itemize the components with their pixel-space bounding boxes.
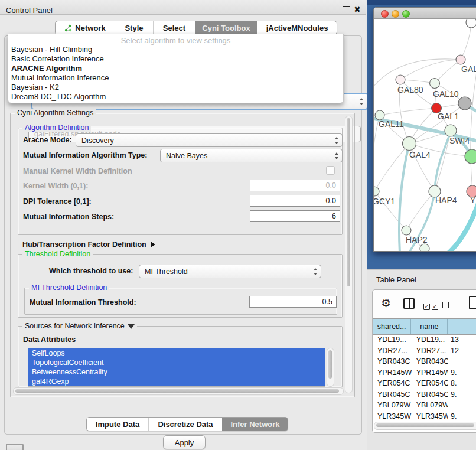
network-node[interactable] — [458, 97, 471, 110]
table-row[interactable]: YBR043CYBR043C — [373, 356, 476, 367]
mi-steps-field[interactable]: 6 — [250, 210, 340, 222]
data-attributes-list[interactable]: SelfLoopsTopologicalCoefficientBetweenne… — [28, 348, 325, 387]
collapse-arrow-icon — [128, 324, 135, 329]
mi-steps-label: Mutual Information Steps: — [23, 213, 114, 221]
aracne-mode-combobox[interactable]: Discovery — [76, 133, 343, 147]
mi-threshold-group-title: MI Threshold Definition — [29, 283, 109, 292]
node-label: GAL10 — [433, 89, 459, 99]
network-node[interactable] — [456, 55, 465, 64]
tab-label: Discretize Data — [158, 420, 213, 429]
table-column-header[interactable]: shared... — [373, 319, 411, 334]
screen: { "colors": { "selection_blue": "#3c6ed5… — [0, 0, 476, 450]
gear-icon[interactable]: ⚙ — [381, 296, 391, 310]
table-row[interactable]: YLR345WYLR345W9. — [373, 411, 476, 422]
mi-threshold-field[interactable]: 0.5 — [249, 296, 337, 308]
unchecked-box-icon — [442, 302, 449, 308]
kernel-width-field[interactable]: 0.0 — [250, 180, 340, 191]
bottom-tab-discretize-data[interactable]: Discretize Data — [148, 418, 222, 431]
settings-horizontal-scrollbar[interactable] — [13, 387, 344, 395]
document-icon[interactable] — [469, 296, 476, 309]
network-node[interactable] — [445, 125, 457, 136]
dropdown-item[interactable]: ARACNE Algorithm — [8, 64, 343, 73]
tab-label: Cyni Toolbox — [202, 24, 250, 32]
column-view-icon[interactable] — [403, 298, 415, 309]
apply-button[interactable]: Apply — [163, 435, 206, 449]
dropdown-item[interactable]: Basic Correlation Inference — [8, 54, 343, 64]
mi-type-combobox[interactable]: Naive Bayes — [160, 149, 343, 162]
bottom-tab-infer-network[interactable]: Infer Network — [222, 418, 288, 431]
tab-cyni-toolbox[interactable]: Cyni Toolbox — [195, 21, 257, 34]
threshold-definition-group: Threshold Definition Which threshold to … — [18, 254, 343, 318]
table-column-header[interactable]: name — [411, 319, 448, 334]
window-minimize-icon[interactable] — [392, 10, 399, 18]
minimized-panel-icon[interactable] — [6, 444, 24, 450]
table-cell: YBR043C — [412, 356, 448, 367]
attribute-list-item[interactable]: BetweennessCentrality — [28, 367, 325, 377]
sources-group-title[interactable]: Sources for Network Inference — [22, 322, 137, 330]
hub-definition-toggle[interactable]: Hub/Transcription Factor Definition — [22, 239, 155, 249]
node-label: HAP4 — [435, 195, 457, 205]
table-cell: YBR043C — [373, 356, 412, 367]
table-row[interactable]: YBL079WYBL079W — [373, 400, 476, 411]
tab-style[interactable]: Style — [115, 21, 153, 34]
node-label: GCY1 — [374, 197, 395, 206]
stepper-icon — [334, 152, 339, 159]
attribute-list-item[interactable]: TopologicalCoefficient — [28, 358, 325, 367]
table-column-header[interactable] — [448, 319, 476, 334]
table-rows: YDL19...YDL19...13YDR27...YDR27...12YBR0… — [373, 334, 476, 422]
tab-select[interactable]: Select — [153, 21, 195, 34]
node-label: Y — [470, 195, 476, 205]
window-close-icon[interactable] — [381, 10, 389, 18]
dropdown-items: Bayesian - Hill ClimbingBasic Correlatio… — [8, 45, 343, 102]
dropdown-item[interactable]: Dream8 DC_TDC Algorithm — [8, 92, 343, 102]
control-panel-tab-bar: NetworkStyleSelectCyni ToolboxjActiveMNo… — [55, 21, 337, 35]
table-cell: YER054C — [373, 378, 412, 389]
settings-vertical-scrollbar[interactable] — [345, 116, 353, 393]
which-threshold-value: MI Threshold — [145, 268, 188, 276]
table-row[interactable]: YDL19...YDL19...13 — [373, 334, 476, 345]
attribute-list-item[interactable]: SelfLoops — [28, 348, 325, 358]
network-window: GALGAL80GAL10GAL1GAL11SWI4GAL4GCY1HAP4YH… — [373, 7, 476, 252]
attributes-scrollbar[interactable] — [327, 348, 334, 387]
cyni-algorithm-settings-group: Cyni Algorithm Settings Algorithm Defini… — [10, 113, 355, 397]
mi-type-label: Mutual Information Algorithm Type: — [23, 151, 147, 159]
network-node[interactable] — [374, 187, 379, 196]
table-row[interactable]: YBR045CYBR045C9. — [373, 389, 476, 400]
table-cell: 9. — [448, 367, 476, 379]
network-node-labels: GALGAL80GAL10GAL1GAL11SWI4GAL4GCY1HAP4YH… — [374, 64, 476, 244]
dpi-tolerance-field[interactable]: 0.0 — [250, 195, 340, 207]
network-node[interactable] — [396, 75, 405, 84]
mi-threshold-group: MI Threshold Definition Mutual Informati… — [24, 288, 337, 315]
deselect-all-icon[interactable] — [442, 300, 459, 311]
tab-network[interactable]: Network — [56, 21, 115, 34]
select-all-icon[interactable]: ✓✓ — [423, 300, 440, 311]
which-threshold-combobox[interactable]: MI Threshold — [139, 265, 321, 278]
close-icon[interactable]: ✖ — [354, 5, 361, 14]
node-label: SWI4 — [449, 136, 470, 145]
manual-kernel-checkbox[interactable] — [326, 166, 335, 175]
table-row[interactable]: YDR27...YDR27...12 — [373, 345, 476, 357]
network-canvas[interactable]: GALGAL80GAL10GAL1GAL11SWI4GAL4GCY1HAP4YH… — [374, 19, 476, 251]
bottom-tab-impute-data[interactable]: Impute Data — [87, 418, 148, 431]
table-cell: YLR345W — [373, 411, 412, 422]
network-node[interactable] — [466, 19, 476, 28]
stepper-icon — [359, 98, 364, 105]
table-row[interactable]: YER054CYER054C8. — [373, 378, 476, 389]
dropdown-item[interactable]: Mutual Information Inference — [8, 73, 343, 83]
network-node[interactable] — [402, 226, 411, 235]
network-node[interactable] — [375, 110, 384, 120]
table-horizontal-scrollbar[interactable] — [374, 422, 476, 430]
dropdown-item[interactable]: Bayesian - Hill Climbing — [8, 45, 343, 54]
network-node[interactable] — [420, 244, 429, 251]
table-row[interactable]: YPR145WYPR145W9. — [373, 367, 476, 379]
network-node[interactable] — [430, 79, 440, 89]
float-window-icon[interactable] — [343, 6, 350, 14]
network-node[interactable] — [403, 137, 416, 151]
window-zoom-icon[interactable] — [402, 10, 410, 18]
attribute-list-item[interactable]: gal4RGexp — [28, 377, 325, 386]
dropdown-item[interactable]: Bayesian - K2 — [8, 83, 343, 92]
tab-jactivemnodules[interactable]: jActiveMNodules — [257, 21, 337, 34]
network-window-titlebar[interactable] — [374, 8, 476, 19]
network-node[interactable] — [465, 149, 476, 164]
stepper-icon — [334, 137, 339, 144]
